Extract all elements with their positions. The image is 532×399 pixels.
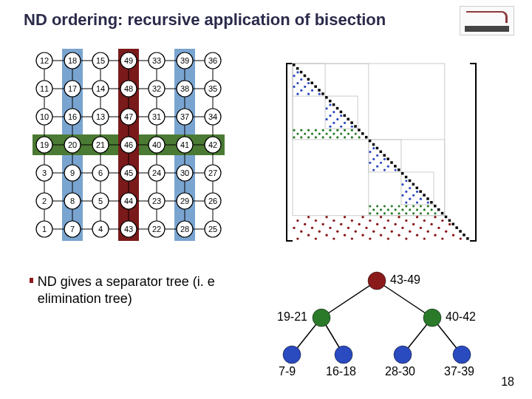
- nested-dissection-grid: 1218154933393611171448323835101613473137…: [30, 46, 236, 251]
- svg-point-267: [369, 151, 371, 153]
- svg-point-379: [420, 227, 422, 229]
- svg-text:45: 45: [124, 168, 133, 177]
- svg-point-320: [383, 205, 386, 207]
- svg-point-249: [300, 89, 302, 92]
- svg-rect-200: [318, 89, 321, 92]
- svg-point-308: [293, 136, 295, 138]
- svg-point-349: [361, 216, 364, 218]
- svg-point-274: [387, 166, 389, 168]
- svg-rect-230: [426, 197, 429, 200]
- svg-point-341: [405, 212, 407, 214]
- svg-rect-237: [452, 223, 455, 226]
- svg-point-275: [372, 168, 375, 171]
- svg-point-272: [380, 162, 382, 164]
- svg-point-300: [304, 132, 306, 134]
- svg-text:41: 41: [180, 140, 189, 149]
- svg-point-295: [329, 129, 331, 132]
- svg-rect-213: [365, 136, 368, 139]
- svg-rect-205: [336, 107, 339, 110]
- svg-rect-215: [372, 143, 375, 146]
- svg-text:11: 11: [40, 84, 49, 93]
- svg-point-265: [351, 126, 353, 128]
- svg-text:19: 19: [40, 140, 49, 149]
- svg-rect-232: [434, 205, 437, 208]
- svg-point-389: [445, 231, 447, 233]
- tree-leaf-2-label: 28-30: [385, 365, 415, 378]
- svg-point-309: [300, 136, 302, 138]
- svg-rect-220: [390, 161, 393, 164]
- svg-point-248: [304, 86, 306, 88]
- svg-point-322: [398, 205, 400, 207]
- svg-rect-235: [445, 216, 448, 219]
- svg-point-312: [322, 136, 324, 138]
- svg-point-332: [409, 208, 411, 211]
- svg-point-420: [394, 346, 412, 364]
- svg-point-283: [401, 194, 403, 197]
- svg-text:17: 17: [68, 84, 77, 93]
- svg-point-264: [340, 126, 342, 128]
- svg-text:44: 44: [124, 197, 133, 205]
- svg-point-330: [395, 208, 397, 211]
- svg-point-363: [304, 223, 306, 225]
- svg-point-338: [383, 212, 386, 214]
- svg-text:23: 23: [152, 197, 161, 205]
- svg-text:37: 37: [180, 112, 189, 121]
- svg-point-357: [351, 219, 353, 222]
- svg-rect-212: [361, 132, 364, 135]
- svg-text:18: 18: [68, 56, 77, 65]
- svg-point-368: [394, 223, 396, 225]
- svg-point-406: [423, 237, 426, 239]
- svg-point-342: [412, 212, 415, 214]
- svg-point-395: [398, 234, 400, 236]
- svg-point-421: [453, 346, 471, 364]
- svg-point-402: [351, 237, 353, 239]
- svg-point-311: [315, 136, 317, 138]
- tree-root-label: 43-49: [390, 273, 420, 287]
- svg-point-273: [376, 166, 378, 168]
- svg-rect-210: [354, 125, 357, 128]
- svg-text:40: 40: [152, 140, 161, 149]
- svg-rect-202: [325, 96, 328, 99]
- svg-text:42: 42: [208, 140, 217, 149]
- svg-point-251: [296, 93, 299, 95]
- svg-point-242: [296, 71, 299, 73]
- svg-point-276: [383, 168, 386, 171]
- svg-point-374: [329, 227, 331, 229]
- sparsity-pattern-diagram: [275, 46, 497, 251]
- svg-point-416: [313, 309, 330, 327]
- svg-rect-224: [405, 176, 408, 179]
- svg-point-373: [311, 227, 313, 229]
- svg-rect-195: [300, 71, 303, 74]
- svg-point-397: [434, 234, 436, 236]
- svg-point-243: [293, 75, 295, 77]
- svg-point-317: [358, 136, 361, 138]
- svg-point-287: [405, 202, 407, 204]
- svg-point-314: [336, 136, 338, 138]
- svg-point-306: [347, 132, 349, 134]
- svg-text:8: 8: [70, 197, 75, 205]
- svg-point-302: [318, 132, 321, 134]
- svg-rect-218: [383, 154, 386, 157]
- svg-point-318: [369, 205, 371, 207]
- svg-point-269: [372, 158, 375, 160]
- svg-point-260: [336, 118, 338, 120]
- svg-rect-194: [296, 67, 299, 70]
- svg-point-305: [340, 132, 342, 134]
- svg-point-296: [336, 129, 338, 132]
- svg-point-369: [412, 223, 415, 225]
- svg-point-261: [332, 122, 335, 124]
- svg-point-372: [293, 227, 295, 229]
- svg-point-259: [325, 118, 327, 120]
- svg-point-350: [380, 216, 382, 218]
- svg-text:12: 12: [40, 56, 49, 65]
- svg-text:16: 16: [68, 112, 77, 121]
- svg-point-388: [427, 231, 429, 233]
- svg-text:28: 28: [180, 225, 189, 233]
- svg-point-258: [340, 115, 342, 117]
- svg-text:35: 35: [208, 84, 217, 93]
- svg-point-329: [387, 208, 389, 211]
- svg-point-344: [427, 212, 429, 214]
- svg-point-288: [416, 202, 418, 204]
- svg-point-345: [434, 212, 436, 214]
- svg-point-326: [427, 205, 429, 207]
